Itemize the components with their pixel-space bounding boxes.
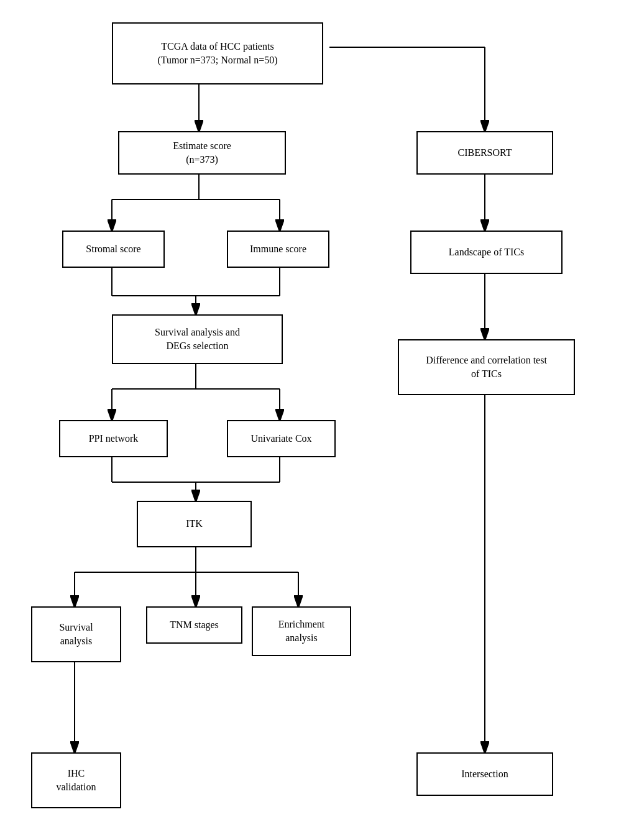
intersection-box: Intersection (416, 752, 553, 796)
stromal-box: Stromal score (62, 231, 165, 268)
enrichment-box: Enrichment analysis (252, 606, 351, 656)
survival-analysis-box: Survival analysis (31, 606, 121, 662)
diff-corr-box: Difference and correlation test of TICs (398, 339, 575, 395)
tnm-box: TNM stages (146, 606, 242, 644)
landscape-box: Landscape of TICs (410, 231, 563, 274)
immune-box: Immune score (227, 231, 329, 268)
flowchart: TCGA data of HCC patients (Tumor n=373; … (12, 10, 622, 830)
tcga-box: TCGA data of HCC patients (Tumor n=373; … (112, 22, 323, 84)
ihc-box: IHC validation (31, 752, 121, 808)
survival-degs-box: Survival analysis and DEGs selection (112, 314, 283, 364)
univariate-box: Univariate Cox (227, 420, 336, 457)
estimate-box: Estimate score (n=373) (118, 131, 286, 175)
cibersort-box: CIBERSORT (416, 131, 553, 175)
ppi-box: PPI network (59, 420, 168, 457)
itk-box: ITK (137, 501, 252, 547)
